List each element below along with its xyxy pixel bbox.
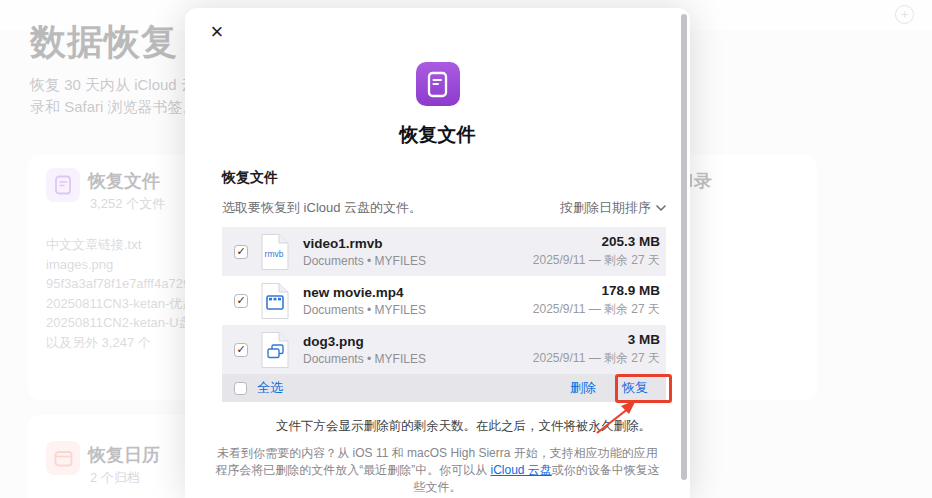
movie-file-icon [260, 282, 290, 320]
file-list: ✓ rmvb video1.rmvb Documents • MYFILES 2… [222, 227, 666, 402]
checkmark-icon: ✓ [236, 344, 245, 355]
remaining-days-caption: 文件下方会显示删除前的剩余天数。在此之后，文件将被永久删除。 [185, 418, 690, 435]
file-date-remaining: 2025/9/11 — 剩余 27 天 [533, 350, 660, 367]
file-name: dog3.png [303, 334, 426, 349]
svg-text:rmvb: rmvb [265, 249, 284, 259]
chevron-down-icon [656, 205, 666, 211]
sort-dropdown[interactable]: 按删除日期排序 [560, 199, 666, 217]
list-footer-bar: 全选 删除 恢复 [222, 374, 666, 402]
screen: 数据恢复 恢复 30 天内从 iCloud 云盘 录和 Safari 浏览器书签… [0, 0, 932, 498]
file-size: 205.3 MB [533, 234, 660, 249]
checkmark-icon: ✓ [236, 295, 245, 306]
close-icon[interactable]: × [205, 20, 229, 44]
checkmark-icon: ✓ [236, 246, 245, 257]
file-size: 178.9 MB [533, 283, 660, 298]
row-checkbox[interactable]: ✓ [234, 294, 248, 308]
footnote: 未看到你需要的内容？从 iOS 11 和 macOS High Sierra 开… [215, 445, 660, 496]
file-name: new movie.mp4 [303, 285, 426, 300]
file-row-dog3[interactable]: ✓ dog3.png Documents • MYFILES 3 MB 2025… [222, 325, 666, 374]
icloud-drive-link[interactable]: iCloud 云盘 [490, 463, 551, 477]
recover-files-app-icon [416, 62, 460, 106]
file-location: Documents • MYFILES [303, 254, 426, 268]
file-name: video1.rmvb [303, 236, 426, 251]
document-icon [427, 71, 448, 98]
sort-label: 按删除日期排序 [560, 199, 651, 217]
instruction-text: 选取要恢复到 iCloud 云盘的文件。 [222, 199, 422, 217]
file-date-remaining: 2025/9/11 — 剩余 27 天 [533, 252, 660, 269]
recover-files-modal: × 恢复文件 恢复文件 选取要恢复到 iCloud 云盘的文件。 按删除日期排序… [185, 8, 690, 498]
row-checkbox[interactable]: ✓ [234, 343, 248, 357]
section-title: 恢复文件 [222, 169, 278, 187]
file-row-new-movie[interactable]: ✓ new movie.mp4 Documents • MYFILES 178.… [222, 276, 666, 325]
select-all-checkbox[interactable] [234, 382, 247, 395]
delete-button[interactable]: 删除 [570, 379, 596, 397]
file-location: Documents • MYFILES [303, 303, 426, 317]
modal-title: 恢复文件 [185, 122, 690, 148]
modal-scrollbar-thumb[interactable] [681, 14, 687, 480]
restore-button[interactable]: 恢复 [622, 379, 648, 397]
file-date-remaining: 2025/9/11 — 剩余 27 天 [533, 301, 660, 318]
file-location: Documents • MYFILES [303, 352, 426, 366]
file-size: 3 MB [533, 332, 660, 347]
images-file-icon [260, 331, 290, 369]
select-all-label[interactable]: 全选 [257, 379, 283, 397]
row-checkbox[interactable]: ✓ [234, 245, 248, 259]
rmvb-file-icon: rmvb [260, 233, 290, 271]
file-row-video1[interactable]: ✓ rmvb video1.rmvb Documents • MYFILES 2… [222, 227, 666, 276]
